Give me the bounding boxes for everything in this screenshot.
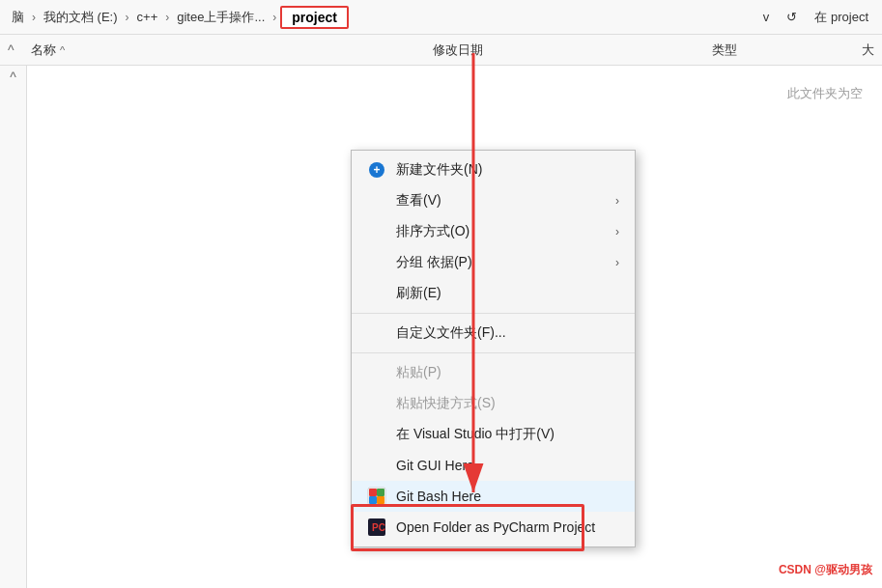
scroll-up-arrow[interactable]: ^ [0,66,26,89]
menu-item-refresh[interactable]: 刷新(E) [352,278,635,309]
menu-item-new-folder[interactable]: + 新建文件夹(N) [352,154,635,185]
breadcrumb-brain[interactable]: 脑 [8,7,28,28]
left-nav-panel: ^ [0,66,27,588]
sort-icon [367,222,386,241]
group-submenu-arrow: › [615,256,619,269]
sep2: › [126,11,129,24]
new-folder-icon: + [367,160,386,180]
sort-submenu-arrow: › [615,225,619,238]
breadcrumb-active-project[interactable]: project [280,6,349,29]
pycharm-icon: PC [367,518,386,537]
separator-2 [352,352,635,353]
svg-rect-3 [369,489,377,496]
svg-rect-5 [369,496,377,504]
col-date-header[interactable]: 修改日期 [263,42,652,59]
menu-item-git-bash[interactable]: Git Bash Here [352,481,635,512]
group-icon [367,253,386,272]
menu-item-git-gui[interactable]: Git GUI Here [352,450,635,481]
col-name-header[interactable]: 名称 ^ [31,42,263,59]
git-bash-icon [367,487,386,506]
view-icon [367,191,386,210]
menu-item-view[interactable]: 查看(V) › [352,185,635,216]
breadcrumb-gitee[interactable]: gitee上手操作... [173,7,269,28]
refresh-btn[interactable]: ↺ [781,8,803,26]
csdn-watermark: CSDN @驱动男孩 [779,562,872,578]
customize-icon [367,323,386,343]
col-type-header[interactable]: 类型 [652,42,797,59]
breadcrumb-docs[interactable]: 我的文档 (E:) [40,7,122,28]
svg-rect-4 [377,489,384,496]
svg-rect-6 [377,496,384,504]
col-size-header[interactable]: 大 [797,42,874,59]
context-menu: + 新建文件夹(N) 查看(V) › 排序方式(O) › 分组 依据(P) › … [351,150,636,547]
column-header: ^ 名称 ^ 修改日期 类型 大 [0,35,882,66]
sep1: › [32,11,36,24]
sep4: › [272,11,276,24]
separator-1 [352,313,635,314]
menu-item-paste-shortcut[interactable]: 粘贴快捷方式(S) [352,388,635,419]
menu-item-pycharm[interactable]: PC Open Folder as PyCharm Project [352,512,635,543]
menu-item-customize[interactable]: 自定义文件夹(F)... [352,318,635,349]
breadcrumb-cpp[interactable]: c++ [133,8,162,26]
address-bar: 脑 › 我的文档 (E:) › c++ › gitee上手操作... › pro… [0,0,882,35]
explorer-window: 脑 › 我的文档 (E:) › c++ › gitee上手操作... › pro… [0,0,882,588]
empty-folder-text: 此文件夹为空 [787,85,863,102]
menu-item-paste[interactable]: 粘贴(P) [352,357,635,388]
menu-item-group[interactable]: 分组 依据(P) › [352,247,635,278]
col-toggle[interactable]: ^ [8,42,31,58]
search-btn[interactable]: 在 project [809,7,874,28]
svg-text:+: + [373,163,380,177]
address-bar-right: v ↺ 在 project [757,7,874,28]
vs-icon [367,425,386,444]
refresh-menu-icon [367,284,386,303]
dropdown-btn[interactable]: v [757,8,776,26]
git-gui-icon [367,456,386,475]
svg-text:PC: PC [372,522,385,533]
paste-shortcut-icon [367,394,386,413]
sep3: › [165,11,169,24]
menu-item-open-vs[interactable]: 在 Visual Studio 中打开(V) [352,419,635,450]
menu-item-sort[interactable]: 排序方式(O) › [352,216,635,247]
view-submenu-arrow: › [615,194,619,208]
paste-icon [367,363,386,382]
